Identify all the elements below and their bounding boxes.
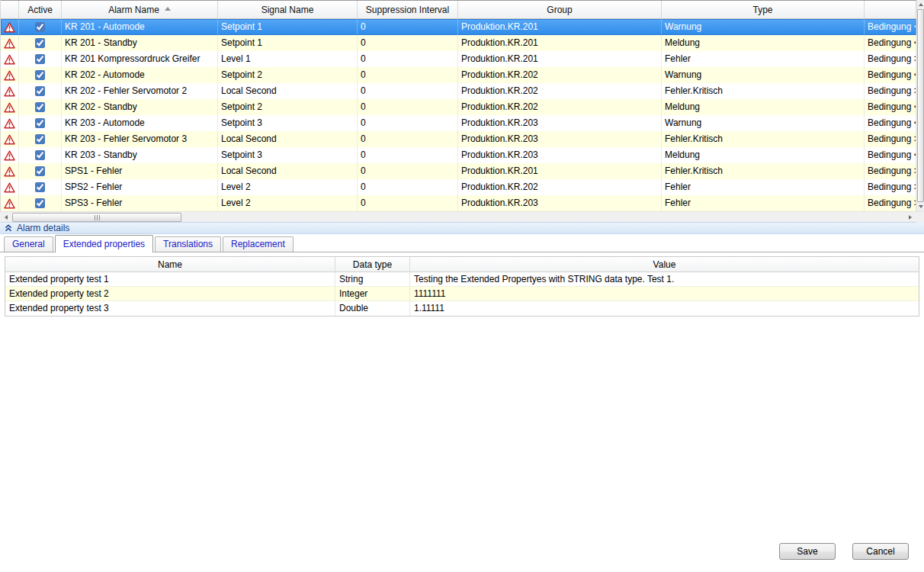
alarm-name-cell: KR 201 - Standby bbox=[62, 35, 218, 51]
suppression-interval-cell: 0 bbox=[358, 67, 458, 83]
type-cell: Fehler bbox=[662, 51, 865, 67]
suppression-interval-column-header[interactable]: Suppression Interval bbox=[358, 1, 458, 18]
tab-general[interactable]: General bbox=[4, 236, 53, 252]
signal-name-cell: Setpoint 2 bbox=[218, 99, 358, 115]
horizontal-scrollbar-thumb[interactable] bbox=[12, 213, 181, 222]
alarm-details-header[interactable]: Alarm details bbox=[0, 222, 924, 234]
extended-properties-tab-page: Name Data type Value Extended property t… bbox=[0, 252, 924, 572]
alarm-row[interactable]: KR 202 - Fehler Servomotor 2 Local Secon… bbox=[1, 83, 916, 99]
group-cell: Produktion.KR.202 bbox=[458, 67, 662, 83]
alarm-row[interactable]: KR 201 - Automode Setpoint 1 0 Produktio… bbox=[1, 19, 916, 35]
tab-extended-properties[interactable]: Extended properties bbox=[55, 235, 153, 252]
property-value-cell: 1111111 bbox=[410, 287, 919, 300]
signal-name-cell: Level 2 bbox=[218, 179, 358, 195]
alarm-row[interactable]: SPS2 - Fehler Level 2 0 Produktion.KR.20… bbox=[1, 179, 916, 195]
scroll-down-button[interactable] bbox=[917, 202, 924, 211]
condition-cell: Bedingung > bbox=[865, 163, 916, 179]
group-column-header[interactable]: Group bbox=[458, 1, 662, 18]
condition-cell: Bedingung > bbox=[865, 51, 916, 67]
condition-cell: Bedingung < bbox=[865, 99, 916, 115]
active-cell bbox=[19, 115, 62, 131]
condition-cell: Bedingung > bbox=[865, 195, 916, 211]
property-datatype-column-header[interactable]: Data type bbox=[335, 257, 410, 272]
group-cell: Produktion.KR.202 bbox=[458, 179, 662, 195]
suppression-interval-cell: 0 bbox=[358, 131, 458, 147]
active-checkbox[interactable] bbox=[35, 150, 45, 160]
property-row[interactable]: Extended property test 2 Integer 1111111 bbox=[5, 287, 919, 301]
signal-name-column-header[interactable]: Signal Name bbox=[218, 1, 358, 18]
type-cell: Fehler bbox=[662, 195, 865, 211]
alarm-name-column-header[interactable]: Alarm Name bbox=[62, 1, 218, 18]
suppression-interval-cell: 0 bbox=[358, 163, 458, 179]
alarm-row[interactable]: KR 203 - Standby Setpoint 3 0 Produktion… bbox=[1, 147, 916, 163]
vertical-scrollbar-thumb[interactable] bbox=[917, 9, 924, 202]
active-checkbox[interactable] bbox=[35, 102, 45, 112]
extended-properties-table: Name Data type Value Extended property t… bbox=[5, 256, 919, 317]
active-checkbox[interactable] bbox=[35, 38, 45, 48]
scrollbar-corner bbox=[916, 212, 924, 223]
alarm-row[interactable]: KR 201 Kompressordruck Greifer Level 1 0… bbox=[1, 51, 916, 67]
cancel-button[interactable]: Cancel bbox=[852, 543, 909, 560]
alarm-name-cell: KR 201 - Automode bbox=[62, 19, 218, 35]
alarm-name-cell: KR 203 - Automode bbox=[62, 115, 218, 131]
vertical-scrollbar[interactable] bbox=[916, 0, 924, 211]
active-checkbox[interactable] bbox=[35, 70, 45, 80]
condition-column-header[interactable] bbox=[865, 1, 916, 18]
tab-translations[interactable]: Translations bbox=[155, 236, 221, 252]
active-checkbox[interactable] bbox=[35, 166, 45, 176]
type-column-header[interactable]: Type bbox=[662, 1, 865, 18]
alarm-name-cell: KR 203 - Standby bbox=[62, 147, 218, 163]
type-cell: Warnung bbox=[662, 19, 865, 35]
save-button[interactable]: Save bbox=[779, 543, 836, 560]
condition-cell: Bedingung > bbox=[865, 179, 916, 195]
property-row[interactable]: Extended property test 1 String Testing … bbox=[5, 272, 919, 287]
condition-cell: Bedingung < bbox=[865, 147, 916, 163]
alarm-warning-icon bbox=[4, 198, 15, 209]
scroll-left-button[interactable] bbox=[0, 212, 12, 223]
collapse-chevron-icon[interactable] bbox=[5, 224, 12, 232]
active-checkbox[interactable] bbox=[35, 86, 45, 96]
alarm-row[interactable]: KR 202 - Automode Setpoint 2 0 Produktio… bbox=[1, 67, 916, 83]
alarm-row[interactable]: KR 203 - Automode Setpoint 3 0 Produktio… bbox=[1, 115, 916, 131]
alarm-row[interactable]: KR 202 - Standby Setpoint 2 0 Produktion… bbox=[1, 99, 916, 115]
alarm-row[interactable]: KR 201 - Standby Setpoint 1 0 Produktion… bbox=[1, 35, 916, 51]
alarm-warning-icon bbox=[4, 134, 15, 145]
horizontal-scrollbar[interactable] bbox=[0, 211, 924, 222]
properties-table-header: Name Data type Value bbox=[5, 257, 919, 272]
active-cell bbox=[19, 35, 62, 51]
property-name-cell: Extended property test 2 bbox=[5, 287, 335, 300]
alarm-status-cell bbox=[1, 195, 19, 211]
group-cell: Produktion.KR.202 bbox=[458, 83, 662, 99]
alarm-warning-icon bbox=[4, 166, 15, 177]
active-checkbox[interactable] bbox=[35, 118, 45, 128]
alarm-name-cell: SPS1 - Fehler bbox=[62, 163, 218, 179]
group-cell: Produktion.KR.203 bbox=[458, 147, 662, 163]
signal-name-cell: Setpoint 3 bbox=[218, 147, 358, 163]
suppression-interval-cell: 0 bbox=[358, 83, 458, 99]
active-checkbox[interactable] bbox=[35, 182, 45, 192]
property-row[interactable]: Extended property test 3 Double 1.11111 bbox=[5, 301, 919, 316]
group-cell: Produktion.KR.201 bbox=[458, 51, 662, 67]
icon-column-header[interactable] bbox=[1, 1, 19, 18]
active-checkbox[interactable] bbox=[35, 134, 45, 144]
property-value-column-header[interactable]: Value bbox=[410, 257, 919, 272]
active-checkbox[interactable] bbox=[35, 198, 45, 208]
tab-replacement[interactable]: Replacement bbox=[223, 236, 294, 252]
alarm-name-cell: SPS3 - Fehler bbox=[62, 195, 218, 211]
condition-cell: Bedingung < bbox=[865, 35, 916, 51]
alarm-row[interactable]: KR 203 - Fehler Servomotor 3 Local Secon… bbox=[1, 131, 916, 147]
signal-name-cell: Level 1 bbox=[218, 51, 358, 67]
active-column-header[interactable]: Active bbox=[19, 1, 62, 18]
alarm-warning-icon bbox=[4, 22, 15, 33]
active-cell bbox=[19, 163, 62, 179]
alarm-warning-icon bbox=[4, 118, 15, 129]
scroll-right-button[interactable] bbox=[904, 212, 916, 223]
signal-name-column-label: Signal Name bbox=[261, 5, 314, 15]
scroll-up-button[interactable] bbox=[917, 0, 924, 9]
alarm-row[interactable]: SPS1 - Fehler Local Second 0 Produktion.… bbox=[1, 163, 916, 179]
alarm-row[interactable]: SPS3 - Fehler Level 2 0 Produktion.KR.20… bbox=[1, 195, 916, 211]
active-checkbox[interactable] bbox=[35, 22, 45, 32]
active-checkbox[interactable] bbox=[35, 54, 45, 64]
property-datatype-cell: String bbox=[335, 272, 410, 286]
property-name-column-header[interactable]: Name bbox=[5, 257, 335, 272]
